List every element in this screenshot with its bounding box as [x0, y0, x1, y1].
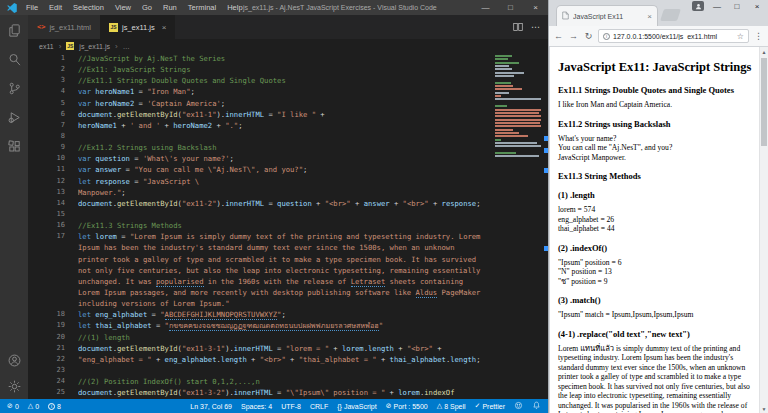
- code-line[interactable]: 2//Ex11: JavaScript Strings: [28, 64, 548, 75]
- status-item[interactable]: ⊘0: [7, 402, 19, 410]
- line-number: [28, 242, 78, 253]
- menu-help[interactable]: Help: [227, 3, 242, 12]
- breadcrumb-folder[interactable]: ex11: [39, 43, 54, 50]
- errors-icon: ⊘: [386, 402, 392, 410]
- status-item[interactable]: [514, 401, 523, 411]
- more-actions-icon[interactable]: ⋯: [531, 22, 541, 32]
- menu-selection[interactable]: Selection: [73, 3, 104, 12]
- status-item[interactable]: UTF-8: [281, 403, 301, 410]
- profile-avatar-icon[interactable]: [692, 1, 704, 11]
- minimap-line: [495, 72, 524, 74]
- browser-minimize-button[interactable]: —: [707, 0, 727, 13]
- code-line[interactable]: 25document.getElementById("ex11-3-2").in…: [28, 387, 548, 398]
- menu-file[interactable]: File: [26, 3, 38, 12]
- code-line[interactable]: 5var heroName2 = 'Captain America';: [28, 98, 548, 109]
- code-line[interactable]: 11var answer = "You can call me \"Aj.Nes…: [28, 164, 548, 175]
- code-line[interactable]: 3//Ex11.1 Strings Double Quotes and Sing…: [28, 75, 548, 86]
- code-line[interactable]: 23: [28, 365, 548, 376]
- code-line[interactable]: not only five centuries, but also the le…: [28, 265, 548, 276]
- code-editor[interactable]: 1//JavaScript by Aj.NesT the Series2//Ex…: [28, 53, 548, 399]
- code-line[interactable]: 1//JavaScript by Aj.NesT the Series: [28, 53, 548, 64]
- scrollbar-thumb[interactable]: [761, 58, 767, 146]
- menu-view[interactable]: View: [115, 3, 131, 12]
- feedback-icon: [514, 401, 523, 411]
- code-line[interactable]: 20//(1) length: [28, 332, 548, 343]
- settings-gear-icon[interactable]: [6, 378, 22, 394]
- scroll-down-icon[interactable]: ▼: [760, 404, 768, 413]
- browser-menu-icon[interactable]: ⋮: [753, 31, 764, 41]
- code-line[interactable]: 16//Ex11.3 Strings Methods: [28, 220, 548, 231]
- vscode-maximize-button[interactable]: □: [498, 0, 523, 15]
- minimap-line: [495, 142, 537, 144]
- code-line[interactable]: Ipsum has been the industry's standard d…: [28, 242, 548, 253]
- breadcrumb-more[interactable]: …: [123, 43, 130, 50]
- status-item[interactable]: ⊘Port : 5500: [386, 402, 428, 410]
- status-item[interactable]: {}JavaScript: [337, 403, 376, 410]
- status-item[interactable]: [532, 401, 541, 411]
- run-debug-icon[interactable]: [6, 109, 22, 125]
- source-control-icon[interactable]: [6, 80, 22, 96]
- code-text: document.getElementById("ex11-1").innerH…: [78, 109, 548, 120]
- status-item[interactable]: i8: [48, 402, 61, 410]
- minimap-line: [495, 88, 522, 90]
- bookmark-star-icon[interactable]: ☆: [737, 32, 744, 41]
- reload-icon[interactable]: ↻: [583, 31, 594, 41]
- site-info-icon[interactable]: i: [603, 33, 610, 40]
- code-text: [78, 365, 548, 376]
- code-line[interactable]: Lorem Ipsum passages, and more recently …: [28, 287, 548, 298]
- search-icon[interactable]: [6, 51, 22, 67]
- code-line[interactable]: 22"eng_alphabet = " + eng_alphabet.lengt…: [28, 354, 548, 365]
- browser-tab[interactable]: JavaScript Ex11 ×: [556, 5, 658, 26]
- browser-maximize-button[interactable]: □: [727, 0, 747, 13]
- back-icon[interactable]: ←: [553, 31, 564, 41]
- code-line[interactable]: 15: [28, 209, 548, 220]
- status-item[interactable]: Spaces: 4: [241, 403, 272, 410]
- menu-go[interactable]: Go: [142, 3, 152, 12]
- browser-close-button[interactable]: ×: [747, 0, 767, 13]
- code-line[interactable]: 7heroName1 + ' and ' + heroName2 + ".";: [28, 120, 548, 131]
- code-line[interactable]: 19let thai_alphabet = "กขฃคฅฆงจฉชซฌญฎฏฐฑ…: [28, 320, 548, 331]
- scroll-up-icon[interactable]: ▲: [760, 47, 768, 56]
- tab-js-ex11-js[interactable]: JS js_ex11.js ×: [100, 15, 175, 39]
- code-line[interactable]: 9//Ex11.2 Strings using Backslash: [28, 142, 548, 153]
- tab-js-ex11-html[interactable]: <> js_ex11.html: [28, 15, 100, 39]
- vscode-minimize-button[interactable]: —: [473, 0, 498, 15]
- code-line[interactable]: 8: [28, 131, 548, 142]
- code-line[interactable]: 24//(2) Position IndexOf() start 0,1,2,.…: [28, 376, 548, 387]
- status-item[interactable]: CRLF: [310, 403, 328, 410]
- menu-terminal[interactable]: Terminal: [188, 3, 216, 12]
- status-item[interactable]: Ln 37, Col 69: [190, 403, 232, 410]
- code-line[interactable]: 12let response = "JavaScript \: [28, 176, 548, 187]
- status-item[interactable]: △8 Spell: [437, 402, 466, 410]
- tab-close-icon[interactable]: ×: [162, 23, 167, 32]
- browser-tab-close-icon[interactable]: ×: [647, 12, 652, 21]
- code-text: document.getElementById("ex11-3-2").inne…: [78, 387, 548, 398]
- breadcrumb-file[interactable]: js_ex11.js: [79, 43, 110, 50]
- forward-icon[interactable]: →: [568, 31, 579, 41]
- menu-edit[interactable]: Edit: [49, 3, 62, 12]
- code-line[interactable]: unchanged. It was popularised in the 196…: [28, 276, 548, 287]
- status-item[interactable]: ✓Prettier: [475, 402, 505, 410]
- code-line[interactable]: 21document.getElementById("ex11-3-1").in…: [28, 343, 548, 354]
- address-bar[interactable]: i 127.0.0.1:5500/ex11/js_ex11.html ☆: [598, 29, 749, 43]
- code-line[interactable]: 18let eng_alphabet = "ABCDEFGHIJKLMNOPQR…: [28, 309, 548, 320]
- explorer-icon[interactable]: [6, 22, 22, 38]
- status-item[interactable]: △0: [28, 402, 39, 410]
- code-line[interactable]: including versions of Lorem Ipsum.": [28, 298, 548, 309]
- new-tab-button[interactable]: [660, 9, 681, 21]
- extensions-icon[interactable]: [6, 138, 22, 154]
- code-line[interactable]: 17let lorem = "Lorem Ipsum is simply dum…: [28, 231, 548, 242]
- split-editor-icon[interactable]: [513, 18, 523, 36]
- browser-scrollbar[interactable]: ▲ ▼: [759, 47, 768, 413]
- minimap[interactable]: [495, 55, 541, 159]
- code-line[interactable]: 10var question = 'What\'s your name?';: [28, 153, 548, 164]
- account-icon[interactable]: [6, 352, 22, 368]
- code-line[interactable]: 4var heroName1 = "Iron Man";: [28, 86, 548, 97]
- code-line[interactable]: printer took a galley of type and scramb…: [28, 254, 548, 265]
- code-line[interactable]: 14document.getElementById("ex11-2").inne…: [28, 198, 548, 209]
- window-title: js_ex11.js - Aj.NesT JavaScript Exercise…: [243, 4, 437, 11]
- code-line[interactable]: 13Manpower.";: [28, 187, 548, 198]
- code-line[interactable]: 6document.getElementById("ex11-1").inner…: [28, 109, 548, 120]
- menu-run[interactable]: Run: [163, 3, 177, 12]
- vscode-close-button[interactable]: ×: [523, 0, 548, 15]
